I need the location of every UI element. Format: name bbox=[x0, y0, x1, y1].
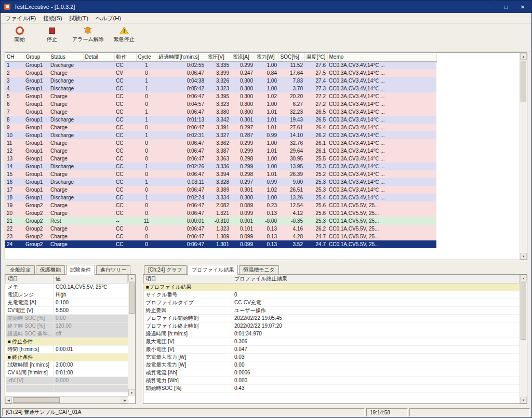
results-row[interactable]: 最大電圧 [V]0.306 bbox=[144, 338, 520, 345]
results-row[interactable]: 開始時SOC [%]0.43 bbox=[144, 384, 520, 392]
results-row[interactable]: プロファイル開始時刻2022/02/22 19:05:45 bbox=[144, 314, 520, 322]
emergency-stop-button[interactable]: 緊急停止 bbox=[112, 26, 136, 49]
channel-col-5[interactable]: Cycle bbox=[136, 53, 157, 61]
results-tab-0[interactable]: [Ch:24] グラフ bbox=[144, 265, 187, 274]
conditions-row[interactable]: ■ 停止条件 bbox=[6, 338, 128, 345]
channel-row[interactable]: 24Group2ChargeCC00:06:471.3010.0990.133.… bbox=[5, 240, 436, 248]
channel-row[interactable]: 14Group1DischargeCC10:02:263.3360.2991.0… bbox=[5, 163, 436, 170]
menu-item-2[interactable]: 試験(T) bbox=[66, 14, 92, 23]
channel-col-1[interactable]: Group bbox=[24, 53, 49, 61]
menu-item-0[interactable]: ファイル(F) bbox=[2, 14, 39, 23]
conditions-row[interactable]: 電流レンジHigh bbox=[6, 291, 128, 299]
scroll-up-icon[interactable]: ▲ bbox=[520, 53, 527, 60]
channel-row[interactable]: 7Group1ChargeCC10:06:473.3800.3001.0132.… bbox=[5, 108, 436, 116]
menu-item-3[interactable]: ヘルプ(H) bbox=[92, 14, 125, 23]
conditions-tab-0[interactable]: 全般設定 bbox=[6, 265, 35, 274]
conditions-row[interactable] bbox=[6, 384, 128, 392]
results-tab-1[interactable]: プロファイル結果 bbox=[188, 265, 238, 275]
results-row[interactable]: 経過時間 [h:min:s]0:01:34.970 bbox=[144, 330, 520, 338]
conditions-row[interactable]: 充電電流 [A]0.100 bbox=[6, 299, 128, 306]
scroll-left-icon[interactable]: ◀ bbox=[5, 397, 12, 403]
channel-row[interactable]: 11Group1ChargeCC00:06:473.3620.2991.0032… bbox=[5, 139, 436, 147]
channel-row[interactable]: 10Group1DischargeCC10:02:313.3270.2870.9… bbox=[5, 131, 436, 139]
channel-row[interactable]: 22Group2ChargeCC00:06:471.3230.1010.134.… bbox=[5, 225, 436, 233]
results-row[interactable]: 充電最大電力 [W]0.03 bbox=[144, 353, 520, 361]
channel-row[interactable]: 9Group1ChargeCC00:06:473.3910.2971.0127.… bbox=[5, 124, 436, 131]
results-row[interactable]: 最小電圧 [V]0.047 bbox=[144, 345, 520, 353]
channel-col-10[interactable]: SOC[%] bbox=[278, 53, 304, 61]
menu-item-1[interactable]: 接続(S) bbox=[39, 14, 66, 23]
scroll-thumb[interactable] bbox=[129, 282, 135, 314]
scroll-thumb[interactable] bbox=[521, 282, 526, 340]
maximize-icon[interactable]: □ bbox=[499, 2, 513, 11]
results-row[interactable]: プロファイル終止時刻2022/02/22 19:07:20 bbox=[144, 322, 520, 330]
results-row[interactable]: 積算電流 [Ah]0.0006 bbox=[144, 369, 520, 376]
conditions-row[interactable]: 経過時 SOC 基準...off bbox=[6, 330, 128, 338]
scroll-up-icon[interactable]: ▲ bbox=[128, 275, 135, 281]
channel-table-vscroll[interactable]: ▲ ▼ bbox=[520, 53, 527, 260]
test-conditions-vscroll[interactable]: ▲ ▼ bbox=[128, 275, 135, 396]
conditions-row[interactable]: ■ 終止条件 bbox=[6, 353, 128, 361]
scroll-down-icon[interactable]: ▼ bbox=[128, 389, 135, 396]
conditions-row[interactable]: 試験時間 [h:min:s]3:00:00 bbox=[6, 361, 128, 369]
channel-col-6[interactable]: 経過時間[h:min:s] bbox=[157, 53, 206, 61]
channel-col-11[interactable]: 温度[℃] bbox=[304, 53, 327, 61]
channel-col-12[interactable]: Memo bbox=[327, 53, 436, 61]
conditions-tab-3[interactable]: 進行ツリー bbox=[96, 265, 130, 274]
channel-cell-w: 0.13 bbox=[255, 240, 278, 248]
test-conditions-hscroll[interactable]: ◀ ▶ bbox=[5, 396, 128, 403]
conditions-row[interactable]: CV 時間 [h:min:s]0:01:00 bbox=[6, 369, 128, 376]
conditions-tab-1[interactable]: 保護機能 bbox=[36, 265, 65, 274]
results-row[interactable]: 終止要因ユーザー操作 bbox=[144, 306, 520, 314]
conditions-tab-2[interactable]: 試験条件 bbox=[66, 265, 95, 275]
conditions-row[interactable]: 時間 [h:min:s]0:00:01 bbox=[6, 345, 128, 353]
results-row[interactable]: 放電最大電力 [W]0.00 bbox=[144, 361, 520, 369]
channel-row[interactable]: 4Group1DischargeCC10:05:423.3230.3001.00… bbox=[5, 85, 436, 92]
channel-col-9[interactable]: 電力[W] bbox=[255, 53, 278, 61]
channel-row[interactable]: 17Group1ChargeCC00:06:473.3890.3011.0226… bbox=[5, 186, 436, 194]
channel-col-0[interactable]: CH bbox=[5, 53, 24, 61]
alarm-clear-button[interactable]: アラーム解除 bbox=[72, 26, 104, 49]
conditions-row[interactable]: メモCC0.1A,CV5.5V, 25℃ bbox=[6, 283, 128, 291]
channel-row[interactable]: 6Group1ChargeCC00:04:573.3230.3001.006.2… bbox=[5, 100, 436, 108]
channel-row[interactable]: 5Group1ChargeCC00:06:473.3950.3001.0220.… bbox=[5, 92, 436, 100]
conditions-row[interactable]: 開始時 SOC [%]0.00 bbox=[6, 314, 128, 322]
channel-row[interactable]: 16Group1DischargeCC10:03:113.3280.2970.9… bbox=[5, 178, 436, 186]
scroll-down-icon[interactable]: ▼ bbox=[520, 397, 527, 403]
channel-row[interactable]: 8Group1DischargeCC10:01:133.3420.3011.01… bbox=[5, 116, 436, 124]
profile-results-vscroll[interactable]: ▲ ▼ bbox=[520, 275, 527, 403]
scroll-thumb[interactable] bbox=[521, 61, 526, 102]
results-row[interactable]: ■プロファイル結果 bbox=[144, 283, 520, 291]
channel-row[interactable]: 18Group1DischargeCC10:02:243.3340.3001.0… bbox=[5, 194, 436, 201]
channel-col-8[interactable]: 電流[A] bbox=[231, 53, 255, 61]
channel-row[interactable]: 1Group1DischargeCC10:02:553.3350.2991.00… bbox=[5, 61, 436, 69]
channel-row[interactable]: 19Group2ChargeCC00:06:472.0820.0890.2312… bbox=[5, 201, 436, 209]
channel-row[interactable]: 21Group2Rest--110:00:01-0.3100.001-0.00-… bbox=[5, 217, 436, 225]
results-row[interactable]: サイクル番号0 bbox=[144, 291, 520, 299]
channel-col-4[interactable]: 動作 bbox=[114, 53, 136, 61]
channel-row[interactable]: 23Group2ChargeCC00:06:471.3090.0990.134.… bbox=[5, 233, 436, 240]
channel-row[interactable]: 15Group1ChargeCC00:06:473.3940.2981.0126… bbox=[5, 170, 436, 178]
stop-button[interactable]: 停止 bbox=[40, 26, 64, 49]
start-button[interactable]: 開始 bbox=[8, 26, 32, 49]
channel-row[interactable]: 20Group2ChargeCC00:06:471.3210.0990.134.… bbox=[5, 209, 436, 217]
scroll-right-icon[interactable]: ▶ bbox=[122, 397, 128, 403]
results-tab-2[interactable]: 恒温槽モニタ bbox=[239, 265, 279, 274]
scroll-down-icon[interactable]: ▼ bbox=[520, 253, 527, 260]
channel-row[interactable]: 3Group1DischargeCC10:04:383.3260.3001.00… bbox=[5, 77, 436, 85]
conditions-row[interactable]: CV電圧 [V]5.500 bbox=[6, 306, 128, 314]
scroll-up-icon[interactable]: ▲ bbox=[520, 275, 527, 281]
channel-row[interactable]: 13Group1ChargeCC00:06:473.3630.2981.0030… bbox=[5, 155, 436, 163]
channel-col-3[interactable]: Detail bbox=[83, 53, 114, 61]
close-icon[interactable]: ✕ bbox=[516, 2, 529, 11]
channel-row[interactable]: 2Group1ChargeCV00:06:473.3990.2470.8417.… bbox=[5, 69, 436, 77]
channel-col-7[interactable]: 電圧[V] bbox=[206, 53, 231, 61]
channel-row[interactable]: 12Group1ChargeCC00:06:473.3870.2991.0129… bbox=[5, 147, 436, 155]
channel-col-2[interactable]: Status bbox=[49, 53, 83, 61]
minimize-icon[interactable]: − bbox=[483, 2, 496, 11]
scroll-thumb[interactable] bbox=[13, 397, 60, 403]
conditions-row[interactable]: 終了時 SOC [%]120.00 bbox=[6, 322, 128, 330]
results-row[interactable]: 積算電力 [Wh]0.000 bbox=[144, 376, 520, 384]
conditions-row[interactable]: -dV [V]0.000 bbox=[6, 376, 128, 384]
results-row[interactable]: プロファイルタイプCC-CV充電 bbox=[144, 299, 520, 306]
